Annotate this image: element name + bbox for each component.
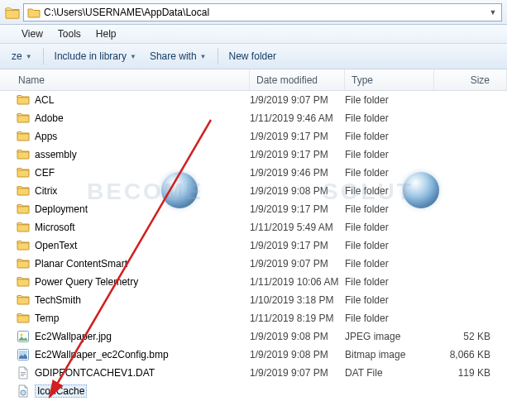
file-name: Adobe [35, 112, 64, 124]
dat-icon [17, 366, 30, 379]
share-with-button[interactable]: Share with ▼ [145, 48, 212, 64]
folder-icon [17, 239, 30, 252]
cell-date: 1/9/2019 9:17 PM [250, 240, 345, 251]
file-name: TechSmith [35, 294, 81, 306]
svg-rect-5 [21, 374, 26, 375]
file-name: CEF [35, 167, 55, 179]
chevron-down-icon[interactable]: ▼ [488, 8, 498, 17]
organize-label: ze [12, 50, 22, 62]
folder-icon [17, 148, 30, 161]
folder-icon [17, 203, 30, 216]
table-row[interactable]: Planar ContentSmart1/9/2019 9:07 PMFile … [0, 255, 507, 273]
folder-icon [17, 257, 30, 270]
cell-date: 1/9/2019 9:07 PM [250, 367, 345, 379]
cell-name: Power Query Telemetry [0, 275, 250, 289]
cell-date: 1/9/2019 9:08 PM [250, 349, 345, 360]
cell-name: OpenText [0, 239, 250, 252]
file-name: ACL [35, 94, 54, 106]
svg-rect-6 [21, 375, 24, 376]
cell-date: 1/11/2019 9:46 AM [250, 112, 345, 124]
cell-date: 1/9/2019 9:46 PM [250, 167, 345, 179]
cell-type: Bitmap image [345, 349, 434, 360]
file-name: Citrix [35, 185, 57, 197]
folder-icon [17, 221, 30, 234]
cell-type: File folder [345, 294, 434, 306]
cell-name: ACL [0, 93, 250, 107]
chevron-down-icon: ▼ [130, 53, 136, 60]
file-name: Ec2Wallpaper.jpg [35, 331, 112, 342]
folder-icon [17, 112, 30, 125]
cell-name: Microsoft [0, 221, 250, 234]
file-name: Microsoft [35, 222, 75, 233]
file-name: Deployment [35, 203, 88, 215]
file-list: ACL1/9/2019 9:07 PMFile folderAdobe1/11/… [0, 91, 507, 400]
column-date[interactable]: Date modified [250, 69, 345, 90]
cell-name: CEF [0, 166, 250, 179]
folder-icon [17, 294, 30, 307]
new-folder-label: New folder [229, 50, 276, 62]
folder-icon [5, 6, 20, 19]
svg-point-7 [21, 390, 26, 395]
column-name[interactable]: Name [0, 69, 250, 90]
cell-name: Ec2Wallpaper_ec2Config.bmp [0, 348, 250, 361]
menu-tools[interactable]: Tools [58, 28, 81, 40]
table-row[interactable]: Ec2Wallpaper.jpg1/9/2019 9:08 PMJPEG ima… [0, 327, 507, 346]
table-row[interactable]: Ec2Wallpaper_ec2Config.bmp1/9/2019 9:08 … [0, 346, 507, 364]
file-name: Apps [35, 131, 57, 142]
address-path: C:\Users\USERNAME\AppData\Local [44, 7, 485, 18]
column-type[interactable]: Type [345, 69, 434, 90]
cell-type: File folder [345, 222, 434, 233]
cell-date: 1/11/2019 5:49 AM [250, 222, 345, 233]
file-name: assembly [35, 149, 77, 160]
menu-bar: View Tools Help [0, 25, 507, 43]
address-input[interactable]: C:\Users\USERNAME\AppData\Local ▼ [23, 3, 502, 21]
cell-type: File folder [345, 131, 434, 142]
table-row[interactable]: GDIPFONTCACHEV1.DAT1/9/2019 9:07 PMDAT F… [0, 364, 507, 382]
table-row[interactable]: Adobe1/11/2019 9:46 AMFile folder [0, 109, 507, 127]
cell-name: GDIPFONTCACHEV1.DAT [0, 366, 250, 379]
new-folder-button[interactable]: New folder [224, 48, 281, 64]
bmp-icon [17, 348, 30, 361]
cell-name: Adobe [0, 112, 250, 125]
column-size[interactable]: Size [434, 69, 507, 90]
address-bar: C:\Users\USERNAME\AppData\Local ▼ [0, 0, 507, 25]
cell-name: IconCache [0, 384, 250, 398]
table-row[interactable]: IconCache [0, 382, 507, 400]
folder-icon [17, 166, 30, 179]
menu-help[interactable]: Help [96, 28, 117, 40]
watermark-text: SOLUT [323, 179, 414, 205]
table-row[interactable]: OpenText1/9/2019 9:17 PMFile folder [0, 236, 507, 255]
separator [43, 48, 44, 64]
file-name: Power Query Telemetry [35, 276, 138, 288]
cell-date: 1/9/2019 9:08 PM [250, 331, 345, 342]
include-in-library-button[interactable]: Include in library ▼ [50, 48, 141, 64]
include-label: Include in library [55, 50, 127, 62]
cell-date: 1/11/2019 10:06 AM [250, 276, 345, 288]
folder-icon [17, 312, 30, 325]
cell-type: File folder [345, 149, 434, 160]
table-row[interactable]: Apps1/9/2019 9:17 PMFile folder [0, 127, 507, 146]
table-row[interactable]: TechSmith1/10/2019 3:18 PMFile folder [0, 291, 507, 309]
cell-name: Temp [0, 312, 250, 325]
cell-name: Apps [0, 130, 250, 143]
jpeg-icon [17, 330, 30, 343]
organize-button[interactable]: ze ▼ [7, 48, 37, 64]
cell-type: File folder [345, 313, 434, 324]
chevron-down-icon: ▼ [26, 53, 32, 60]
file-name: IconCache [35, 384, 87, 398]
table-row[interactable]: Temp1/11/2019 8:19 PMFile folder [0, 309, 507, 327]
cell-type: DAT File [345, 367, 434, 379]
cell-date: 1/10/2019 3:18 PM [250, 294, 345, 306]
cell-type: File folder [345, 112, 434, 124]
svg-rect-4 [21, 372, 26, 373]
cell-size: 8,066 KB [434, 349, 507, 360]
cell-type: File folder [345, 258, 434, 270]
table-row[interactable]: Power Query Telemetry1/11/2019 10:06 AMF… [0, 273, 507, 291]
watermark-text: BECOME [87, 179, 203, 205]
table-row[interactable]: Microsoft1/11/2019 5:49 AMFile folder [0, 218, 507, 236]
menu-view[interactable]: View [22, 28, 43, 40]
table-row[interactable]: ACL1/9/2019 9:07 PMFile folder [0, 91, 507, 109]
file-name: Temp [35, 313, 59, 324]
table-row[interactable]: assembly1/9/2019 9:17 PMFile folder [0, 146, 507, 164]
cell-date: 1/9/2019 9:07 PM [250, 258, 345, 270]
